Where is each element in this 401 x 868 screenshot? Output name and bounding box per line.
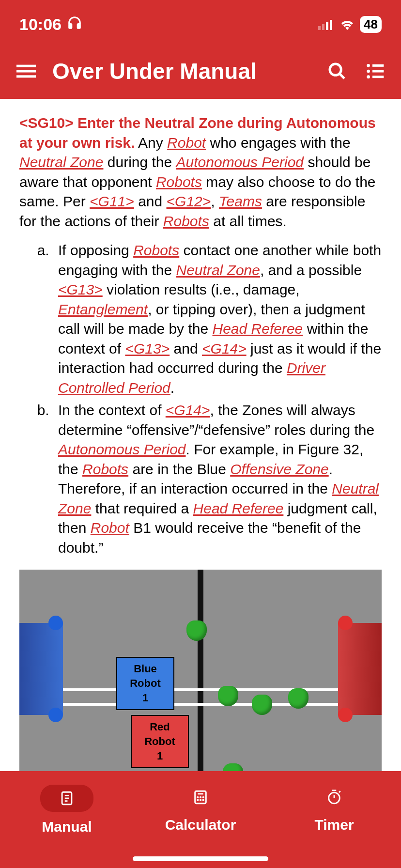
link-teams[interactable]: Teams bbox=[219, 193, 262, 209]
link-entanglement[interactable]: Entanglement bbox=[58, 301, 148, 317]
triball-icon bbox=[288, 688, 308, 709]
svg-rect-2 bbox=[318, 26, 321, 30]
svg-point-13 bbox=[367, 70, 370, 73]
link-offensive-zone[interactable]: Offensive Zone bbox=[230, 461, 328, 477]
svg-rect-5 bbox=[330, 20, 332, 30]
svg-point-15 bbox=[367, 75, 370, 78]
svg-rect-1 bbox=[77, 24, 80, 28]
rule-tag: <SG10> bbox=[19, 115, 74, 131]
svg-rect-0 bbox=[69, 24, 72, 28]
svg-rect-12 bbox=[372, 64, 384, 67]
list-button[interactable] bbox=[363, 60, 386, 83]
status-right: 48 bbox=[318, 15, 382, 34]
triball-icon bbox=[186, 620, 207, 641]
search-icon bbox=[327, 62, 347, 81]
link-head-referee[interactable]: Head Referee bbox=[213, 321, 303, 337]
status-bar: 10:06 48 bbox=[0, 0, 401, 48]
status-time: 10:06 bbox=[19, 15, 62, 34]
timer-icon bbox=[322, 785, 347, 810]
battery-level: 48 bbox=[360, 16, 382, 33]
nav-label: Manual bbox=[42, 819, 92, 835]
rule-sublist: If opposing Robots contact one another w… bbox=[19, 241, 382, 558]
link-robot[interactable]: Robot bbox=[91, 520, 129, 536]
link-head-referee[interactable]: Head Referee bbox=[193, 500, 284, 516]
link-neutral-zone[interactable]: Neutral Zone bbox=[19, 154, 103, 170]
headphones-icon bbox=[67, 15, 82, 34]
svg-rect-14 bbox=[372, 70, 384, 73]
svg-line-10 bbox=[339, 74, 344, 78]
list-item-a: If opposing Robots contact one another w… bbox=[53, 241, 382, 398]
svg-line-32 bbox=[339, 791, 340, 792]
status-left: 10:06 bbox=[19, 15, 82, 34]
link-g14[interactable]: <G14> bbox=[202, 341, 247, 356]
list-icon bbox=[365, 62, 385, 81]
svg-rect-7 bbox=[16, 70, 36, 73]
svg-rect-16 bbox=[372, 76, 384, 78]
red-robot-box: Red Robot 1 bbox=[131, 715, 189, 768]
link-robot[interactable]: Robot bbox=[167, 135, 206, 151]
link-neutral-zone[interactable]: Neutral Zone bbox=[176, 262, 260, 278]
triball-icon bbox=[252, 695, 272, 715]
bottom-nav: Manual Calculator Timer bbox=[0, 771, 401, 868]
link-autonomous-period[interactable]: Autonomous Period bbox=[176, 154, 304, 170]
blue-goal bbox=[19, 623, 63, 715]
menu-button[interactable] bbox=[15, 60, 38, 83]
calculator-icon bbox=[188, 785, 213, 810]
nav-label: Timer bbox=[314, 817, 354, 833]
cellular-icon bbox=[318, 15, 335, 34]
list-item-b: In the context of <G14>, the Zones will … bbox=[53, 401, 382, 558]
manual-icon bbox=[40, 785, 93, 812]
rule-paragraph: <SG10> Enter the Neutral Zone during Aut… bbox=[19, 113, 382, 231]
link-g13[interactable]: <G13> bbox=[58, 281, 103, 297]
link-robots[interactable]: Robots bbox=[82, 461, 128, 477]
field-line bbox=[19, 703, 382, 706]
search-button[interactable] bbox=[325, 60, 349, 83]
red-goal bbox=[338, 623, 382, 715]
nav-calculator[interactable]: Calculator bbox=[134, 771, 267, 868]
svg-point-9 bbox=[330, 64, 341, 75]
home-indicator[interactable] bbox=[133, 856, 268, 861]
svg-rect-4 bbox=[326, 22, 328, 30]
blue-robot-box: Blue Robot 1 bbox=[116, 657, 174, 710]
wifi-icon bbox=[339, 15, 355, 34]
svg-rect-6 bbox=[16, 65, 36, 67]
app-bar: Over Under Manual bbox=[0, 48, 401, 99]
link-g13[interactable]: <G13> bbox=[125, 341, 170, 356]
link-robots[interactable]: Robots bbox=[133, 242, 179, 258]
page-title: Over Under Manual bbox=[52, 58, 311, 84]
svg-rect-8 bbox=[16, 75, 36, 78]
nav-label: Calculator bbox=[165, 817, 236, 833]
triball-icon bbox=[218, 686, 238, 706]
link-g14[interactable]: <G14> bbox=[166, 402, 210, 418]
link-robots-2[interactable]: Robots bbox=[163, 213, 209, 229]
nav-manual[interactable]: Manual bbox=[0, 771, 134, 868]
nav-timer[interactable]: Timer bbox=[267, 771, 401, 868]
link-autonomous-period[interactable]: Autonomous Period bbox=[58, 441, 186, 457]
svg-rect-3 bbox=[322, 24, 324, 30]
content-area[interactable]: <SG10> Enter the Neutral Zone during Aut… bbox=[0, 99, 401, 868]
field-line bbox=[19, 688, 382, 691]
svg-point-11 bbox=[367, 64, 370, 67]
svg-point-29 bbox=[329, 792, 340, 804]
link-g11[interactable]: <G11> bbox=[90, 193, 134, 209]
link-robots[interactable]: Robots bbox=[156, 174, 202, 190]
hamburger-icon bbox=[16, 62, 36, 81]
link-g12[interactable]: <G12> bbox=[167, 193, 211, 209]
